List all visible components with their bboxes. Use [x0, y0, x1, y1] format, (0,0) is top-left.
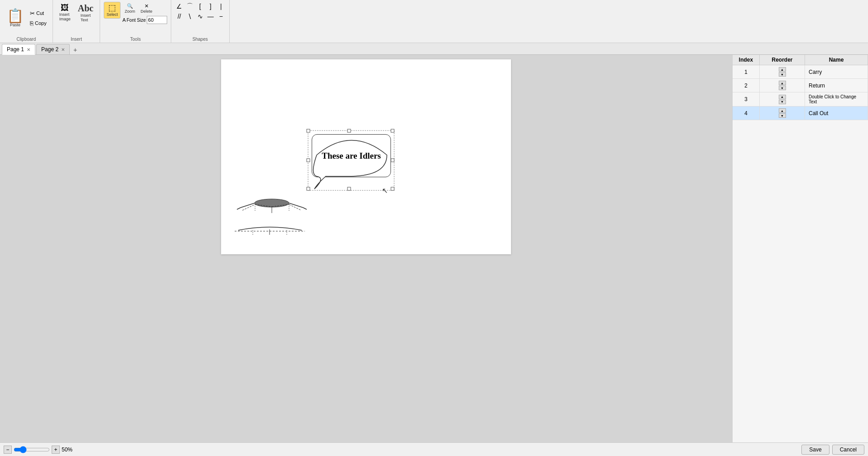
shape-minus[interactable]: −: [217, 12, 226, 21]
shape-dash[interactable]: —: [206, 12, 215, 21]
shape-slash[interactable]: //: [175, 12, 184, 21]
shape-bracket-open[interactable]: [: [196, 2, 205, 11]
panel-cell-index-3: 3: [733, 92, 760, 106]
svg-rect-4: [307, 159, 310, 162]
panel-cell-reorder-3: ▲ ▼: [760, 92, 805, 106]
delete-icon: ✕: [145, 3, 149, 9]
svg-rect-2: [347, 129, 351, 132]
tab-page1-label: Page 1: [7, 46, 24, 53]
callout-bubble: These are Idlers: [312, 134, 391, 177]
callout-shape[interactable]: These are Idlers: [312, 134, 391, 189]
font-size-row: A Font Size: [122, 16, 167, 24]
svg-line-12: [289, 203, 303, 208]
shape-angle[interactable]: ∠: [175, 2, 184, 11]
svg-rect-1: [307, 129, 310, 132]
bottom-bar: − + 50% Save Cancel: [0, 442, 868, 456]
svg-line-11: [237, 208, 241, 209]
cancel-button[interactable]: Cancel: [832, 445, 864, 455]
return-idler[interactable]: [235, 225, 305, 240]
reorder-btns-4: ▲ ▼: [779, 108, 786, 118]
panel-cell-name-callout: Call Out: [805, 107, 868, 120]
copy-button[interactable]: ⎘ Copy: [28, 19, 49, 28]
carry-idler[interactable]: [237, 193, 307, 217]
clipboard-label: Clipboard: [0, 37, 53, 42]
zoom-button[interactable]: 🔍 Zoom: [122, 2, 137, 15]
tab-page2[interactable]: Page 2 ✕: [36, 44, 70, 54]
zoom-out-button[interactable]: −: [4, 446, 12, 454]
shapes-label: Shapes: [171, 37, 229, 42]
paste-icon: 📋: [7, 9, 24, 23]
svg-line-10: [241, 203, 255, 208]
tab-page2-label: Page 2: [41, 46, 58, 53]
tab-page1[interactable]: Page 1 ✕: [2, 44, 35, 55]
cut-copy-buttons: ✂ Cut ⎘ Copy: [28, 9, 49, 28]
reorder-down-1[interactable]: ▼: [779, 72, 786, 77]
cut-button[interactable]: ✂ Cut: [28, 9, 49, 18]
tools-label: Tools: [100, 37, 171, 42]
return-idler-svg: [235, 225, 305, 238]
delete-button[interactable]: ✕ Delete: [138, 2, 154, 15]
zoom-controls: − + 50%: [4, 446, 72, 454]
reorder-up-1[interactable]: ▲: [779, 67, 786, 72]
paste-label: Paste: [10, 23, 20, 27]
insert-image-icon: 🖼: [61, 4, 69, 12]
svg-rect-3: [391, 129, 394, 132]
panel-cell-name-text: Double Click to Change Text: [805, 92, 868, 106]
reorder-down-4[interactable]: ▼: [779, 113, 786, 118]
panel-row-text[interactable]: 3 ▲ ▼ Double Click to Change Text: [733, 92, 868, 107]
reorder-up-4[interactable]: ▲: [779, 108, 786, 113]
reorder-up-2[interactable]: ▲: [779, 81, 786, 85]
panel-cell-index-4: 4: [733, 107, 760, 120]
select-icon: ⬚: [108, 4, 116, 12]
header-name: Name: [805, 55, 868, 65]
insert-image-button[interactable]: 🖼 InsertImage: [57, 2, 73, 23]
panel-header: Index Reorder Name: [733, 55, 868, 65]
main-area: These are Idlers: [0, 55, 868, 442]
shapes-group: ∠ ⌒ [ ] | // ∖ ∿ — − Shapes: [171, 0, 230, 43]
add-tab-button[interactable]: +: [71, 45, 80, 54]
select-button[interactable]: ⬚ Select: [104, 2, 121, 19]
shape-pipe[interactable]: |: [217, 2, 226, 11]
font-size-input[interactable]: [147, 16, 167, 24]
copy-icon: ⎘: [30, 20, 34, 27]
canvas-area[interactable]: These are Idlers: [0, 55, 732, 442]
reorder-btns-1: ▲ ▼: [779, 67, 786, 77]
insert-text-button[interactable]: Abc InsertText: [75, 2, 96, 24]
zoom-value: 50%: [62, 446, 72, 453]
font-size-label: Font Size: [127, 18, 146, 23]
shape-arc[interactable]: ⌒: [185, 2, 194, 11]
font-size-icon: A: [122, 17, 125, 23]
panel-cell-reorder-4: ▲ ▼: [760, 107, 805, 120]
reorder-up-3[interactable]: ▲: [779, 95, 786, 99]
reorder-down-3[interactable]: ▼: [779, 100, 786, 104]
svg-rect-8: [391, 187, 394, 190]
paste-button[interactable]: 📋 Paste: [4, 7, 27, 29]
insert-group: 🖼 InsertImage Abc InsertText Insert: [53, 0, 100, 43]
svg-rect-7: [347, 187, 351, 190]
insert-image-label: InsertImage: [59, 12, 71, 21]
panel-row-callout[interactable]: 4 ▲ ▼ Call Out: [733, 107, 868, 120]
zoom-in-button[interactable]: +: [52, 446, 60, 454]
cut-label: Cut: [36, 10, 44, 16]
insert-text-icon: Abc: [78, 4, 93, 13]
panel-row-return[interactable]: 2 ▲ ▼ Return: [733, 79, 868, 92]
copy-label: Copy: [35, 20, 47, 26]
shape-bracket-close[interactable]: ]: [206, 2, 215, 11]
cut-icon: ✂: [30, 10, 35, 17]
toolbar: 📋 Paste ✂ Cut ⎘ Copy Clipboard 🖼 InsertI…: [0, 0, 868, 43]
insert-text-label: InsertText: [81, 13, 91, 22]
shape-wave[interactable]: ∿: [196, 12, 205, 21]
panel-cell-index-1: 1: [733, 65, 760, 78]
tab-page2-close[interactable]: ✕: [61, 47, 65, 52]
zoom-slider[interactable]: [14, 446, 50, 453]
panel-cell-index-2: 2: [733, 79, 760, 92]
tab-page1-close[interactable]: ✕: [27, 47, 30, 52]
bottom-right-buttons: Save Cancel: [801, 445, 864, 455]
save-button[interactable]: Save: [801, 445, 829, 455]
reorder-down-2[interactable]: ▼: [779, 86, 786, 90]
svg-rect-5: [391, 159, 394, 162]
shape-backslash[interactable]: ∖: [185, 12, 194, 21]
reorder-btns-3: ▲ ▼: [779, 95, 786, 104]
tools-right: 🔍 Zoom ✕ Delete A Font Size: [122, 2, 167, 24]
panel-row-carry[interactable]: 1 ▲ ▼ Carry: [733, 65, 868, 79]
